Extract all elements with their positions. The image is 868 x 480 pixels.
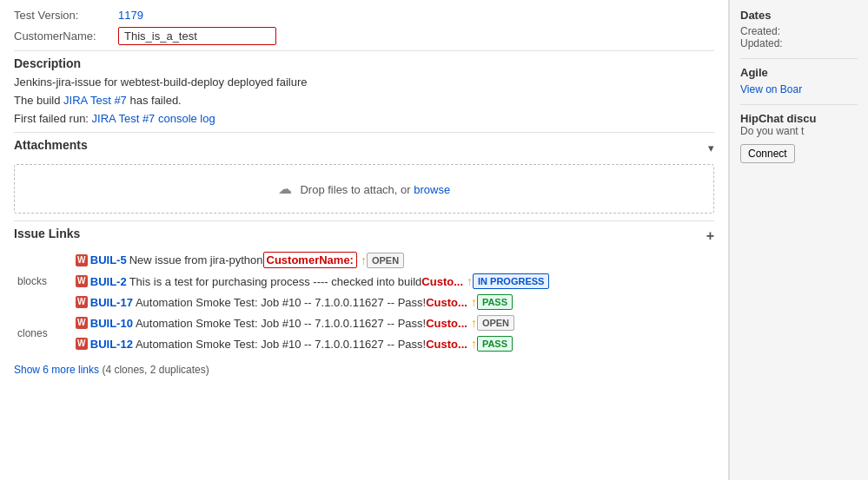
issue-cell: W BUIL-12 Automation Smoke Test: Job #10… <box>72 333 714 354</box>
status-badge-buil5: OPEN <box>367 253 404 268</box>
customer-name-red-buil2: Custo... <box>421 275 463 288</box>
issue-cell: W BUIL-5 New issue from jira-python Cust… <box>72 249 714 271</box>
table-row: blocks W BUIL-5 New issue from jira-pyth… <box>14 249 714 271</box>
issue-icon-buil5: W <box>76 254 88 266</box>
status-badge-buil12: PASS <box>477 336 513 352</box>
customer-name-red-buil10: Custo... <box>426 317 467 330</box>
issue-icon-buil17: W <box>76 296 88 308</box>
attachments-chevron-icon[interactable]: ▾ <box>708 141 714 155</box>
right-panel: Dates Created: Updated: Agile View on Bo… <box>729 0 868 480</box>
customer-name-red-buil12: Custo... <box>426 338 467 351</box>
jira-test-7-link[interactable]: JIRA Test #7 <box>63 94 127 107</box>
status-badge-buil2: IN PROGRESS <box>473 273 549 289</box>
issue-key-buil5[interactable]: BUIL-5 <box>90 253 127 266</box>
link-type-clones: clones <box>14 312 72 354</box>
show-more-note: (4 clones, 2 duplicates) <box>99 364 209 376</box>
up-arrow-buil2: ↑ <box>467 274 473 288</box>
issue-summary-buil10: Automation Smoke Test: Job #10 -- 7.1.0.… <box>136 317 426 330</box>
table-row: W BUIL-2 This is a test for purchasing p… <box>14 271 714 292</box>
drop-zone[interactable]: ☁ Drop files to attach, or browse <box>14 164 714 214</box>
customer-name-input[interactable] <box>118 27 276 45</box>
issue-summary-buil12: Automation Smoke Test: Job #10 -- 7.1.0.… <box>136 338 426 351</box>
issue-links-section-title: Issue Links <box>14 227 80 240</box>
left-panel: Test Version: 1179 CustomerName: Descrip… <box>0 0 729 480</box>
up-arrow-buil5: ↑ <box>361 253 367 267</box>
test-version-value[interactable]: 1179 <box>118 9 143 22</box>
jira-test-7-console-link[interactable]: JIRA Test #7 console log <box>92 112 215 125</box>
issue-icon-buil10: W <box>76 317 88 329</box>
issue-row: W BUIL-12 Automation Smoke Test: Job #10… <box>76 336 711 352</box>
issue-row: W BUIL-5 New issue from jira-python Cust… <box>76 252 711 268</box>
issue-icon-buil12: W <box>76 338 88 350</box>
up-arrow-buil10: ↑ <box>471 316 477 330</box>
connect-button[interactable]: Connect <box>740 144 795 163</box>
drop-text: Drop files to attach, or <box>300 183 414 196</box>
issue-key-buil12[interactable]: BUIL-12 <box>90 338 133 351</box>
show-more-links-link[interactable]: Show 6 more links <box>14 364 99 376</box>
view-on-board-link[interactable]: View on Boar <box>740 83 802 95</box>
issue-summary-buil5: New issue from jira-python <box>129 253 263 266</box>
add-issue-link-icon[interactable]: + <box>706 228 714 244</box>
hipchat-title: HipChat discu <box>740 104 858 125</box>
status-badge-buil10: OPEN <box>477 315 514 331</box>
issue-key-buil2[interactable]: BUIL-2 <box>90 275 127 288</box>
issue-links-header: Issue Links + <box>14 220 714 246</box>
description-line2: The build JIRA Test #7 has failed. <box>14 94 714 107</box>
customer-name-red-buil17: Custo... <box>426 296 467 309</box>
up-arrow-buil12: ↑ <box>471 337 477 351</box>
issue-cell: W BUIL-17 Automation Smoke Test: Job #10… <box>72 292 714 312</box>
link-type-blocks: blocks <box>14 249 72 312</box>
attachments-section-title: Attachments <box>14 138 88 152</box>
description-line1: Jenkins-jira-issue for webtest-build-dep… <box>14 76 714 89</box>
customer-name-highlight-buil5: CustomerName: <box>263 252 357 268</box>
hipchat-text: Do you want t <box>740 125 858 137</box>
status-badge-buil17: PASS <box>477 294 513 310</box>
description-line3: First failed run: JIRA Test #7 console l… <box>14 112 714 125</box>
upload-icon: ☁ <box>278 181 292 197</box>
customer-name-row: CustomerName: <box>14 27 714 45</box>
table-row: W BUIL-17 Automation Smoke Test: Job #10… <box>14 292 714 312</box>
issue-icon-buil2: W <box>76 275 88 287</box>
description-line3-prefix: First failed run: <box>14 112 92 125</box>
table-row: W BUIL-12 Automation Smoke Test: Job #10… <box>14 333 714 354</box>
updated-label: Updated: <box>740 37 858 49</box>
description-section-title: Description <box>14 50 714 70</box>
issue-row: W BUIL-17 Automation Smoke Test: Job #10… <box>76 294 711 310</box>
browse-link[interactable]: browse <box>414 183 450 196</box>
test-version-row: Test Version: 1179 <box>14 9 714 22</box>
issue-summary-buil17: Automation Smoke Test: Job #10 -- 7.1.0.… <box>136 296 426 309</box>
issue-key-buil10[interactable]: BUIL-10 <box>90 317 133 330</box>
dates-title: Dates <box>740 9 858 22</box>
issue-row: W BUIL-10 Automation Smoke Test: Job #10… <box>76 315 711 331</box>
customer-name-label: CustomerName: <box>14 30 118 43</box>
attachments-header: Attachments ▾ <box>14 132 714 157</box>
issue-cell: W BUIL-10 Automation Smoke Test: Job #10… <box>72 312 714 333</box>
issue-row: W BUIL-2 This is a test for purchasing p… <box>76 273 711 289</box>
issue-links-table: blocks W BUIL-5 New issue from jira-pyth… <box>14 249 714 354</box>
issue-summary-buil2: This is a test for purchasing process --… <box>129 275 422 288</box>
created-label: Created: <box>740 25 858 37</box>
show-more-links-row: Show 6 more links (4 clones, 2 duplicate… <box>14 363 714 376</box>
description-line2-suffix: has failed. <box>127 94 182 107</box>
table-row: clones W BUIL-10 Automation Smoke Test: … <box>14 312 714 333</box>
issue-cell: W BUIL-2 This is a test for purchasing p… <box>72 271 714 292</box>
up-arrow-buil17: ↑ <box>471 295 477 309</box>
issue-key-buil17[interactable]: BUIL-17 <box>90 296 133 309</box>
test-version-label: Test Version: <box>14 9 118 22</box>
agile-title: Agile <box>740 58 858 79</box>
description-line2-prefix: The build <box>14 94 63 107</box>
